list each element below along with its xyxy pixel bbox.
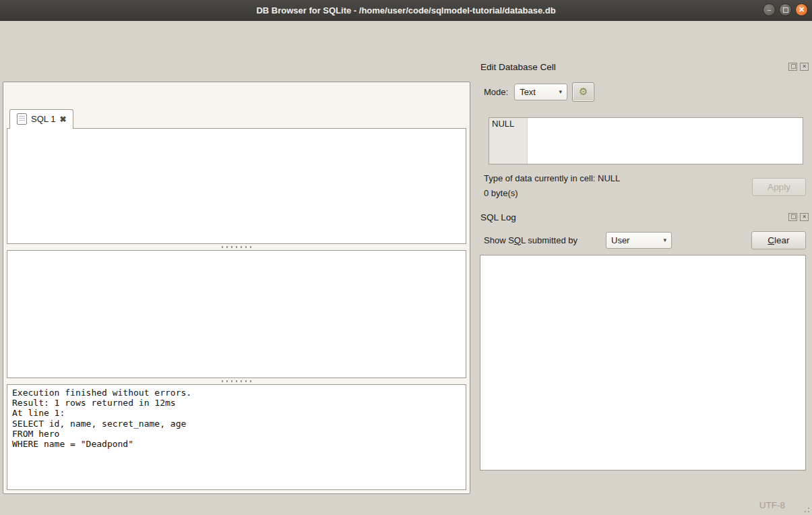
mode-select[interactable]: Text ▾ [514, 84, 567, 100]
chevron-down-icon: ▾ [559, 88, 563, 95]
float-dock-icon[interactable] [788, 213, 797, 221]
mode-value: Text [520, 87, 536, 97]
cell-value-editor[interactable]: NULL [489, 117, 803, 164]
editor-results-splitter[interactable] [7, 244, 466, 250]
window-controls: − ✕ [763, 3, 808, 16]
resize-grip[interactable] [801, 504, 811, 514]
results-table-area [7, 250, 466, 378]
left-pane: SQL 1 ✖ Execution finished without error… [0, 60, 475, 495]
cell-mode-row: Mode: Text ▾ ⚙ [484, 82, 806, 102]
submitter-select[interactable]: User ▾ [606, 232, 672, 249]
close-dock-icon[interactable] [800, 63, 809, 71]
sql-log-filter-row: Show SQL submitted by User ▾ Clear [484, 230, 806, 250]
sql-toolbar [7, 86, 466, 107]
sql-file-tab[interactable]: SQL 1 ✖ [9, 109, 73, 129]
edit-cell-title: Edit Database Cell [480, 62, 556, 72]
auto-apply-button[interactable]: ⚙ [572, 82, 594, 102]
close-icon[interactable]: ✕ [795, 3, 808, 16]
results-message-splitter[interactable] [7, 378, 466, 384]
cell-type-label: Type of data currently in cell: NULL [484, 173, 620, 183]
submitter-value: User [611, 235, 629, 245]
right-pane: Edit Database Cell Mode: Text ▾ ⚙ NULL T… [475, 60, 812, 495]
main-toolbar [0, 38, 812, 61]
execute-sql-pane: SQL 1 ✖ Execution finished without error… [3, 82, 470, 494]
clear-button[interactable]: Clear [751, 231, 806, 249]
close-tab-icon[interactable]: ✖ [59, 115, 66, 124]
cell-null-value: NULL [489, 118, 528, 164]
status-bar: UTF-8 [0, 495, 812, 515]
maximize-icon[interactable] [779, 3, 792, 16]
sql-file-tab-label: SQL 1 [31, 114, 55, 124]
menu-bar [0, 21, 812, 38]
filter-label: Show SQL submitted by [484, 235, 577, 245]
execution-message: Execution finished without errors. Resul… [7, 384, 466, 490]
sql-editor[interactable] [7, 128, 466, 244]
minimize-icon[interactable]: − [763, 3, 776, 16]
window-title: DB Browser for SQLite - /home/user/code/… [0, 5, 812, 16]
sql-log-view[interactable] [480, 255, 806, 471]
cell-size-label: 0 byte(s) [484, 188, 518, 198]
title-bar: DB Browser for SQLite - /home/user/code/… [0, 0, 812, 21]
sql-file-tab-bar: SQL 1 ✖ [7, 110, 466, 128]
chevron-down-icon: ▾ [663, 237, 666, 243]
sql-file-icon [17, 113, 27, 125]
close-dock-icon[interactable] [800, 213, 809, 221]
mode-label: Mode: [484, 87, 508, 97]
edit-cell-dock-buttons [788, 63, 809, 71]
float-dock-icon[interactable] [788, 63, 797, 71]
sql-log-title: SQL Log [480, 212, 516, 222]
encoding-label: UTF-8 [759, 500, 785, 510]
sql-log-dock-buttons [788, 213, 809, 221]
gear-icon: ⚙ [579, 86, 588, 98]
main-area: SQL 1 ✖ Execution finished without error… [0, 60, 812, 495]
apply-button[interactable]: Apply [752, 178, 806, 196]
